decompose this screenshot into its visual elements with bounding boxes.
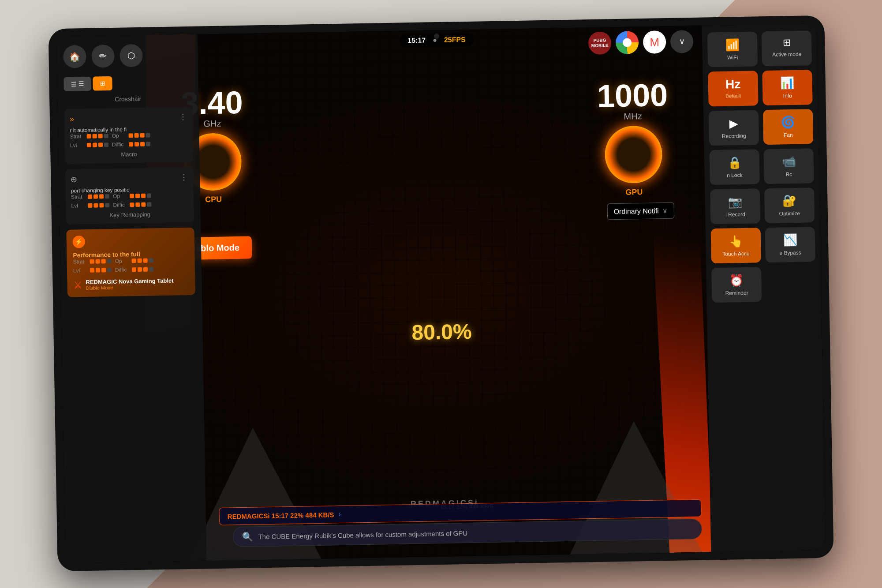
bypass-icon: 📉 bbox=[783, 233, 797, 247]
hz-icon: Hz bbox=[725, 77, 741, 92]
notif-badge-text: Ordinary Notifi bbox=[613, 207, 659, 216]
control-grid: 📶 WiFi ⊞ Active mode Hz Default 📊 Info bbox=[707, 30, 816, 303]
brand-text: REDMAGIC Nova Gaming Tablet Diablo Mode bbox=[86, 277, 174, 291]
remap-lvl-row: Lvl Diffic bbox=[71, 201, 188, 209]
key-remap-card: ⊕ ⋮ port changing key positio Strat Op bbox=[65, 167, 194, 225]
touch-accu-label: Touch Accu bbox=[722, 251, 750, 257]
grid-view-button[interactable]: ⊞ bbox=[93, 76, 112, 91]
chrome-icon[interactable] bbox=[616, 31, 639, 54]
dot13 bbox=[129, 142, 133, 146]
crosshair-label: Crosshair bbox=[64, 94, 192, 104]
list-view-button[interactable]: ☰ ☰ bbox=[64, 77, 91, 91]
dot15 bbox=[140, 142, 145, 146]
remap-strat-dots bbox=[88, 194, 109, 199]
dot2 bbox=[93, 134, 97, 139]
key-remap-header: ⊕ ⋮ bbox=[71, 172, 188, 184]
dot3 bbox=[98, 134, 103, 138]
wifi-label: WiFi bbox=[727, 54, 738, 60]
tablet: 15:17 ● 25FPS PUBGMOBILE M ∨ 3.40 GHz CP… bbox=[48, 15, 833, 572]
diffic-dots bbox=[129, 142, 150, 146]
ordinary-notif-badge[interactable]: Ordinary Notifi ∨ bbox=[607, 202, 674, 220]
macro-label: Macro bbox=[70, 150, 187, 159]
arrow-right-icon: › bbox=[338, 510, 341, 518]
remap-icon: ⊕ bbox=[71, 174, 77, 184]
fan-label: Fan bbox=[784, 132, 793, 138]
recording-button[interactable]: ▶ Recording bbox=[709, 110, 759, 146]
dot16 bbox=[146, 142, 150, 146]
dot8 bbox=[146, 133, 150, 137]
screen-lock-button[interactable]: 🔒 n Lock bbox=[709, 149, 759, 185]
chevron-down-icon: ∨ bbox=[662, 206, 668, 215]
macro-card-header: » ⋮ bbox=[70, 112, 187, 124]
gmail-icon[interactable]: M bbox=[643, 30, 666, 54]
recording-icon: ▶ bbox=[729, 116, 739, 130]
gpu-ring-visual bbox=[604, 125, 662, 184]
info-button[interactable]: 📊 Info bbox=[762, 70, 812, 105]
touch-accu-button[interactable]: 👆 Touch Accu bbox=[711, 228, 761, 263]
gpu-label: GPU bbox=[599, 187, 670, 198]
perf-card-header: ⚡ bbox=[73, 234, 188, 248]
l-record-button[interactable]: 📷 l Record bbox=[710, 188, 760, 224]
dot5 bbox=[129, 133, 133, 138]
bypass-button[interactable]: 📉 e Bypass bbox=[765, 227, 815, 262]
rc-button[interactable]: 📹 Rc bbox=[763, 148, 814, 184]
expand-icon[interactable]: ∨ bbox=[670, 30, 694, 53]
remap-menu-button[interactable]: ⋮ bbox=[180, 172, 188, 182]
perf-lvl-row: Lvl Diffic bbox=[73, 266, 189, 274]
strat-dots bbox=[87, 134, 108, 139]
active-mode-button[interactable]: ⊞ Active mode bbox=[762, 30, 812, 66]
dot10 bbox=[93, 143, 97, 147]
gpu-display: 1000 MHz GPU bbox=[597, 79, 669, 198]
fan-icon: 🌀 bbox=[781, 116, 796, 130]
l-record-icon: 📷 bbox=[728, 195, 743, 209]
op-dots bbox=[129, 133, 150, 138]
hz-label: Default bbox=[725, 93, 741, 99]
pubg-icon[interactable]: PUBGMOBILE bbox=[588, 31, 612, 55]
active-mode-icon: ⊞ bbox=[782, 37, 790, 49]
dot11 bbox=[98, 142, 103, 147]
left-sidebar: 🏠 ✏ ⬡ ☰ ☰ ⊞ Crosshair » ⋮ r it automatic… bbox=[56, 34, 207, 563]
time-display: 15:17 bbox=[407, 37, 426, 45]
search-placeholder: The CUBE Energy Rubik's Cube allows for … bbox=[258, 529, 467, 540]
reminder-icon: ⏰ bbox=[729, 273, 744, 288]
l-record-label: l Record bbox=[725, 211, 745, 218]
wifi-icon: 📶 bbox=[725, 38, 740, 52]
reminder-label: Reminder bbox=[725, 290, 748, 296]
redmagic-logo-icon: ⚔ bbox=[73, 279, 82, 291]
chrome-center bbox=[623, 38, 632, 47]
fan-button[interactable]: 🌀 Fan bbox=[763, 109, 813, 145]
screen: 15:17 ● 25FPS PUBGMOBILE M ∨ 3.40 GHz CP… bbox=[56, 23, 826, 563]
optimize-button[interactable]: 🔐 Optimize bbox=[764, 187, 815, 223]
perf-icon: ⚡ bbox=[73, 236, 85, 248]
remap-strat-label: Strat bbox=[71, 194, 84, 200]
macro-lvl-row: Lvl Diffic bbox=[70, 140, 187, 149]
rc-icon: 📹 bbox=[781, 155, 796, 169]
dot1 bbox=[87, 134, 91, 139]
info-label: Info bbox=[783, 93, 792, 99]
lock-label: n Lock bbox=[727, 172, 743, 179]
info-icon: 📊 bbox=[780, 76, 795, 90]
recording-label: Recording bbox=[722, 133, 746, 139]
macro-menu-button[interactable]: ⋮ bbox=[179, 112, 187, 122]
touch-accu-icon: 👆 bbox=[729, 234, 743, 248]
strat-label: Strat bbox=[70, 133, 83, 140]
shield-button[interactable]: ⬡ bbox=[120, 44, 143, 67]
performance-card: ⚡ Performance to the full Strat Op bbox=[66, 228, 195, 297]
edit-button[interactable]: ✏ bbox=[91, 45, 115, 68]
optimize-icon: 🔐 bbox=[782, 194, 797, 208]
brand-sub: Diablo Mode bbox=[86, 284, 174, 291]
search-icon: 🔍 bbox=[242, 532, 253, 542]
hz-button[interactable]: Hz Default bbox=[708, 71, 758, 106]
dot7 bbox=[140, 133, 145, 138]
view-toggle: ☰ ☰ ⊞ bbox=[64, 75, 192, 91]
fps-display: 25FPS bbox=[444, 36, 466, 44]
dot9 bbox=[87, 143, 91, 147]
op-label: Op bbox=[112, 132, 125, 139]
lock-icon: 🔒 bbox=[727, 156, 742, 170]
center-percentage: 80.0% bbox=[411, 319, 472, 344]
forward-icon: » bbox=[70, 114, 74, 124]
reminder-button[interactable]: ⏰ Reminder bbox=[711, 267, 762, 303]
wifi-button[interactable]: 📶 WiFi bbox=[707, 31, 758, 67]
notif-main-text: REDMAGICSi 15:17 22% 484 KB/S bbox=[228, 511, 334, 520]
home-button[interactable]: 🏠 bbox=[63, 45, 86, 68]
